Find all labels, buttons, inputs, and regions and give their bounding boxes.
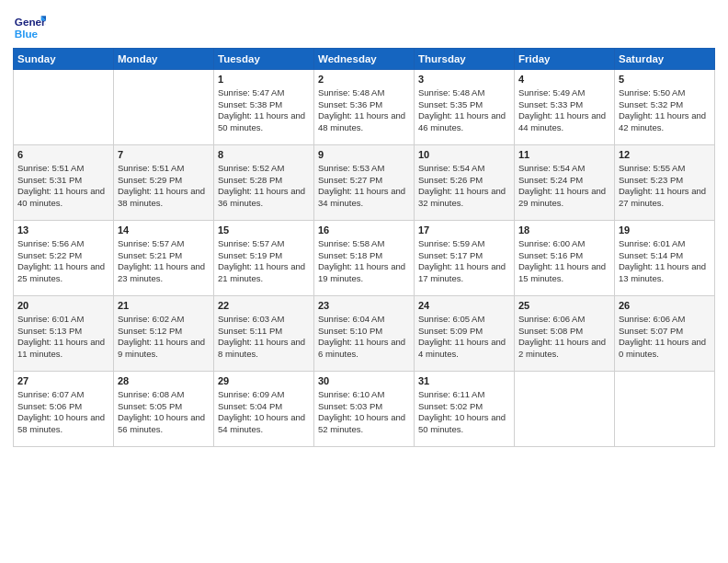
day-info: Sunrise: 6:04 AM Sunset: 5:10 PM Dayligh…: [318, 314, 410, 361]
day-info: Sunrise: 5:55 AM Sunset: 5:23 PM Dayligh…: [619, 163, 711, 210]
day-info: Sunrise: 6:07 AM Sunset: 5:06 PM Dayligh…: [17, 389, 109, 436]
calendar-cell: 20Sunrise: 6:01 AM Sunset: 5:13 PM Dayli…: [14, 296, 114, 372]
calendar-cell: 29Sunrise: 6:09 AM Sunset: 5:04 PM Dayli…: [214, 372, 314, 447]
day-number: 6: [17, 148, 109, 162]
day-info: Sunrise: 6:05 AM Sunset: 5:09 PM Dayligh…: [418, 314, 510, 361]
page-container: General Blue SundayMondayTuesdayWednesda…: [0, 0, 728, 456]
day-info: Sunrise: 5:50 AM Sunset: 5:32 PM Dayligh…: [619, 87, 711, 134]
day-number: 8: [218, 148, 310, 162]
day-info: Sunrise: 5:54 AM Sunset: 5:26 PM Dayligh…: [418, 163, 510, 210]
calendar-cell: [615, 372, 715, 447]
day-info: Sunrise: 5:57 AM Sunset: 5:19 PM Dayligh…: [218, 238, 310, 285]
day-info: Sunrise: 6:02 AM Sunset: 5:12 PM Dayligh…: [118, 314, 210, 361]
calendar-cell: 2Sunrise: 5:48 AM Sunset: 5:36 PM Daylig…: [314, 70, 415, 145]
calendar-cell: 22Sunrise: 6:03 AM Sunset: 5:11 PM Dayli…: [214, 296, 314, 372]
col-header-tuesday: Tuesday: [214, 49, 314, 70]
day-number: 11: [518, 148, 610, 162]
day-info: Sunrise: 6:06 AM Sunset: 5:07 PM Dayligh…: [619, 314, 711, 361]
header: General Blue: [13, 9, 715, 42]
day-info: Sunrise: 6:03 AM Sunset: 5:11 PM Dayligh…: [218, 314, 310, 361]
calendar-cell: 27Sunrise: 6:07 AM Sunset: 5:06 PM Dayli…: [14, 372, 114, 447]
calendar-cell: 24Sunrise: 6:05 AM Sunset: 5:09 PM Dayli…: [415, 296, 515, 372]
day-number: 5: [619, 73, 711, 86]
day-info: Sunrise: 5:47 AM Sunset: 5:38 PM Dayligh…: [218, 87, 310, 134]
calendar-cell: 15Sunrise: 5:57 AM Sunset: 5:19 PM Dayli…: [214, 221, 314, 296]
day-info: Sunrise: 5:59 AM Sunset: 5:17 PM Dayligh…: [418, 238, 510, 285]
calendar-week-4: 20Sunrise: 6:01 AM Sunset: 5:13 PM Dayli…: [14, 296, 715, 372]
day-number: 9: [318, 148, 410, 162]
day-info: Sunrise: 5:51 AM Sunset: 5:31 PM Dayligh…: [17, 163, 109, 210]
calendar-cell: 9Sunrise: 5:53 AM Sunset: 5:27 PM Daylig…: [314, 145, 415, 221]
calendar-cell: 30Sunrise: 6:10 AM Sunset: 5:03 PM Dayli…: [314, 372, 415, 447]
calendar-cell: 31Sunrise: 6:11 AM Sunset: 5:02 PM Dayli…: [415, 372, 515, 447]
calendar-cell: 18Sunrise: 6:00 AM Sunset: 5:16 PM Dayli…: [515, 221, 615, 296]
day-info: Sunrise: 5:53 AM Sunset: 5:27 PM Dayligh…: [318, 163, 410, 210]
logo: General Blue: [13, 9, 46, 42]
calendar-cell: 28Sunrise: 6:08 AM Sunset: 5:05 PM Dayli…: [114, 372, 214, 447]
day-number: 14: [118, 224, 210, 237]
col-header-thursday: Thursday: [415, 49, 515, 70]
calendar-week-1: 1Sunrise: 5:47 AM Sunset: 5:38 PM Daylig…: [14, 70, 715, 145]
day-number: 19: [619, 224, 711, 237]
day-number: 30: [318, 374, 410, 388]
day-info: Sunrise: 6:10 AM Sunset: 5:03 PM Dayligh…: [318, 389, 410, 436]
calendar-cell: 5Sunrise: 5:50 AM Sunset: 5:32 PM Daylig…: [615, 70, 715, 145]
logo-icon: General Blue: [13, 9, 46, 42]
calendar-cell: [515, 372, 615, 447]
calendar-header-row: SundayMondayTuesdayWednesdayThursdayFrid…: [14, 49, 715, 70]
day-number: 2: [318, 73, 410, 86]
col-header-saturday: Saturday: [615, 49, 715, 70]
day-number: 10: [418, 148, 510, 162]
calendar-cell: 14Sunrise: 5:57 AM Sunset: 5:21 PM Dayli…: [114, 221, 214, 296]
calendar-cell: 1Sunrise: 5:47 AM Sunset: 5:38 PM Daylig…: [214, 70, 314, 145]
day-number: 17: [418, 224, 510, 237]
day-number: 31: [418, 374, 510, 388]
calendar-cell: 8Sunrise: 5:52 AM Sunset: 5:28 PM Daylig…: [214, 145, 314, 221]
col-header-friday: Friday: [515, 49, 615, 70]
day-number: 3: [418, 73, 510, 86]
day-number: 16: [318, 224, 410, 237]
day-number: 4: [518, 73, 610, 86]
calendar-cell: [114, 70, 214, 145]
calendar-cell: 17Sunrise: 5:59 AM Sunset: 5:17 PM Dayli…: [415, 221, 515, 296]
calendar-cell: 19Sunrise: 6:01 AM Sunset: 5:14 PM Dayli…: [615, 221, 715, 296]
calendar-cell: 16Sunrise: 5:58 AM Sunset: 5:18 PM Dayli…: [314, 221, 415, 296]
day-info: Sunrise: 5:54 AM Sunset: 5:24 PM Dayligh…: [518, 163, 610, 210]
calendar-cell: 12Sunrise: 5:55 AM Sunset: 5:23 PM Dayli…: [615, 145, 715, 221]
day-info: Sunrise: 6:08 AM Sunset: 5:05 PM Dayligh…: [118, 389, 210, 436]
day-number: 27: [17, 374, 109, 388]
day-number: 18: [518, 224, 610, 237]
calendar-cell: 23Sunrise: 6:04 AM Sunset: 5:10 PM Dayli…: [314, 296, 415, 372]
day-number: 7: [118, 148, 210, 162]
day-number: 24: [418, 299, 510, 313]
calendar-cell: 13Sunrise: 5:56 AM Sunset: 5:22 PM Dayli…: [14, 221, 114, 296]
calendar-week-3: 13Sunrise: 5:56 AM Sunset: 5:22 PM Dayli…: [14, 221, 715, 296]
calendar-cell: 4Sunrise: 5:49 AM Sunset: 5:33 PM Daylig…: [515, 70, 615, 145]
calendar-cell: 7Sunrise: 5:51 AM Sunset: 5:29 PM Daylig…: [114, 145, 214, 221]
day-info: Sunrise: 5:56 AM Sunset: 5:22 PM Dayligh…: [17, 238, 109, 285]
calendar-week-5: 27Sunrise: 6:07 AM Sunset: 5:06 PM Dayli…: [14, 372, 715, 447]
day-number: 22: [218, 299, 310, 313]
day-number: 12: [619, 148, 711, 162]
calendar-cell: 6Sunrise: 5:51 AM Sunset: 5:31 PM Daylig…: [14, 145, 114, 221]
day-info: Sunrise: 6:09 AM Sunset: 5:04 PM Dayligh…: [218, 389, 310, 436]
day-info: Sunrise: 5:58 AM Sunset: 5:18 PM Dayligh…: [318, 238, 410, 285]
day-number: 15: [218, 224, 310, 237]
calendar-cell: 25Sunrise: 6:06 AM Sunset: 5:08 PM Dayli…: [515, 296, 615, 372]
calendar-cell: 21Sunrise: 6:02 AM Sunset: 5:12 PM Dayli…: [114, 296, 214, 372]
calendar-cell: 10Sunrise: 5:54 AM Sunset: 5:26 PM Dayli…: [415, 145, 515, 221]
day-info: Sunrise: 6:11 AM Sunset: 5:02 PM Dayligh…: [418, 389, 510, 436]
day-info: Sunrise: 5:48 AM Sunset: 5:36 PM Dayligh…: [318, 87, 410, 134]
day-number: 20: [17, 299, 109, 313]
day-info: Sunrise: 6:00 AM Sunset: 5:16 PM Dayligh…: [518, 238, 610, 285]
day-info: Sunrise: 5:48 AM Sunset: 5:35 PM Dayligh…: [418, 87, 510, 134]
calendar-cell: 26Sunrise: 6:06 AM Sunset: 5:07 PM Dayli…: [615, 296, 715, 372]
day-info: Sunrise: 5:51 AM Sunset: 5:29 PM Dayligh…: [118, 163, 210, 210]
calendar-cell: 11Sunrise: 5:54 AM Sunset: 5:24 PM Dayli…: [515, 145, 615, 221]
col-header-wednesday: Wednesday: [314, 49, 415, 70]
day-number: 13: [17, 224, 109, 237]
day-info: Sunrise: 5:52 AM Sunset: 5:28 PM Dayligh…: [218, 163, 310, 210]
day-info: Sunrise: 5:49 AM Sunset: 5:33 PM Dayligh…: [518, 87, 610, 134]
calendar-cell: [14, 70, 114, 145]
calendar-cell: 3Sunrise: 5:48 AM Sunset: 5:35 PM Daylig…: [415, 70, 515, 145]
